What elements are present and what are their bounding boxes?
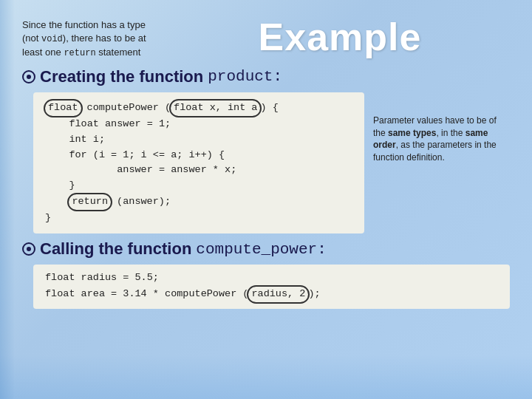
calling-params-highlight: radius, 2 [247, 285, 310, 304]
code-block-1: float computePower (float x, int a) { fl… [33, 92, 364, 233]
wave-decoration-left [0, 0, 15, 399]
note-bold1: same types [388, 128, 436, 138]
bullet-icon-2 [22, 242, 35, 256]
note-box: Parameter values have to be of the same … [373, 92, 510, 164]
wave-decoration-bottom [0, 355, 532, 399]
code-line-7: return (answer); [45, 194, 352, 211]
code-line-5: answer = answer * x; [45, 163, 352, 178]
description-box: Since the function has a type (not void)… [22, 18, 170, 60]
return-highlight: return [67, 193, 112, 211]
float-highlight: float [44, 99, 83, 117]
calling-line-2: float area = 3.14 * computePower (radius… [45, 286, 498, 303]
params-highlight: float x, int a [169, 99, 262, 117]
section2-header: Calling the function compute_power: [22, 239, 510, 259]
top-section: Since the function has a type (not void)… [22, 15, 510, 60]
section1-prefix: Creating the function [40, 67, 203, 86]
slide-title: Example [259, 15, 422, 59]
code-line-8: } [45, 211, 352, 226]
desc-keyword1: void [41, 34, 63, 44]
code-line-4: for (i = 1; i <= a; i++) { [45, 148, 352, 163]
code1-area: float computePower (float x, int a) { fl… [33, 92, 510, 233]
code-line-2: float answer = 1; [45, 117, 352, 132]
section1-header: Creating the function product: [22, 67, 510, 86]
code-line-6: } [45, 178, 352, 194]
code-block-2: float radius = 5.5; float area = 3.14 * … [33, 265, 510, 309]
section1-mono: product: [208, 68, 282, 85]
code-line-1: float computePower (float x, int a) { [45, 100, 352, 117]
title-box: Example [170, 15, 510, 59]
section2-mono: compute_power: [196, 241, 326, 258]
slide-container: Since the function has a type (not void)… [0, 0, 532, 399]
code-line-3: int i; [45, 132, 352, 148]
bullet-icon-1 [22, 70, 35, 83]
desc-keyword2: return [64, 48, 95, 58]
calling-line-1: float radius = 5.5; [45, 270, 498, 286]
desc-text3: statement [96, 47, 141, 58]
section2-prefix: Calling the function [40, 239, 191, 259]
note-text2: , in the [436, 128, 465, 138]
